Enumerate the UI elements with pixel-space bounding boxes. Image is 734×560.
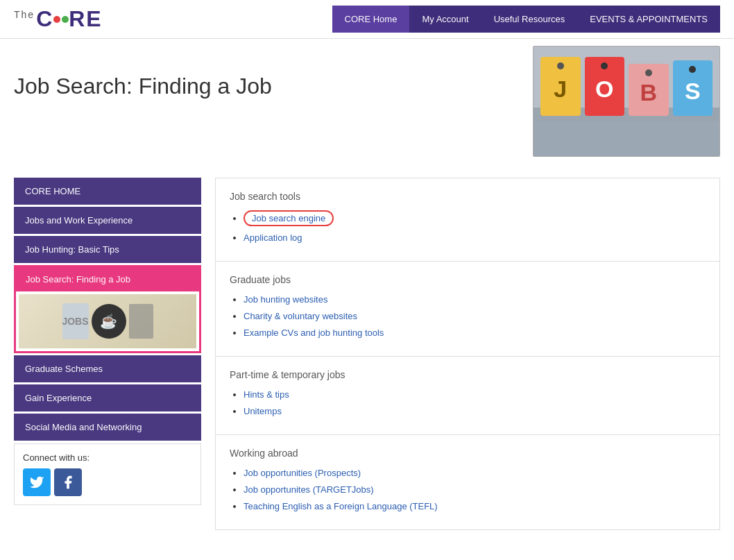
facebook-button[interactable] (54, 468, 82, 496)
hero-image: J O B S (533, 46, 720, 157)
sidebar-active-block: Job Search: Finding a Job JOBS ☕ (14, 265, 201, 353)
sidebar-item-jobs-work[interactable]: Jobs and Work Experience (14, 207, 201, 234)
list-item-tefl: Teaching English as a Foreign Language (… (244, 500, 706, 511)
connect-box: Connect with us: (14, 443, 201, 505)
section-links-part-time: Hints & tips Unitemps (230, 389, 706, 416)
sidebar-item-core-home[interactable]: CORE HOME (14, 178, 201, 205)
sidebar-item-gain-experience[interactable]: Gain Experience (14, 384, 201, 411)
main-nav: CORE Home My Account Useful Resources EV… (332, 6, 720, 33)
section-heading-part-time: Part-time & temporary jobs (230, 369, 706, 380)
section-part-time-temp: Part-time & temporary jobs Hints & tips … (216, 357, 719, 435)
link-example-cvs[interactable]: Example CVs and job hunting tools (244, 328, 384, 338)
list-item-application-log: Application log (244, 232, 706, 243)
list-item-charity-voluntary: Charity & voluntary websites (244, 310, 706, 321)
link-job-hunting-websites[interactable]: Job hunting websites (244, 294, 327, 305)
logo-the-text: The (14, 9, 35, 20)
link-hints-tips[interactable]: Hints & tips (244, 389, 289, 400)
tag-o: O (585, 57, 625, 116)
list-item-example-cvs: Example CVs and job hunting tools (244, 327, 706, 338)
section-heading-graduate-jobs: Graduate jobs (230, 274, 706, 285)
twitter-button[interactable] (23, 468, 51, 496)
sidebar: CORE HOME Jobs and Work Experience Job H… (14, 178, 201, 530)
main-content: Job search tools Job search engine Appli… (215, 178, 720, 530)
list-item-hints-tips: Hints & tips (244, 389, 706, 400)
connect-label: Connect with us: (23, 452, 192, 463)
link-charity-voluntary[interactable]: Charity & voluntary websites (244, 311, 357, 321)
section-heading-job-search-tools: Job search tools (230, 191, 706, 202)
section-links-working-abroad: Job opportunities (Prospects) Job opport… (230, 467, 706, 511)
top-bar: The C RE CORE Home My Account Useful Res… (0, 0, 734, 39)
page-container: J O B S Job Search: Finding a Job (0, 39, 734, 544)
link-unitemps[interactable]: Unitemps (244, 406, 282, 416)
nav-useful-resources[interactable]: Useful Resources (481, 6, 578, 33)
link-prospects[interactable]: Job opportunities (Prospects) (244, 468, 361, 478)
tag-j: J (540, 57, 581, 116)
hero-image-container: J O B S (533, 46, 720, 157)
sidebar-item-graduate-schemes[interactable]: Graduate Schemes (14, 355, 201, 382)
facebook-icon (60, 475, 76, 490)
section-graduate-jobs: Graduate jobs Job hunting websites Chari… (216, 262, 719, 357)
sidebar-thumbnail-image: JOBS ☕ (19, 294, 196, 348)
link-tefl[interactable]: Teaching English as a Foreign Language (… (244, 501, 438, 511)
logo: The C RE (14, 6, 103, 32)
sidebar-item-social-media[interactable]: Social Media and Networking (14, 414, 201, 441)
link-application-log[interactable]: Application log (244, 232, 302, 243)
dot-red (53, 16, 60, 23)
section-links-graduate-jobs: Job hunting websites Charity & voluntary… (230, 294, 706, 338)
sidebar-item-job-hunting-tips[interactable]: Job Hunting: Basic Tips (14, 236, 201, 263)
list-item-targetjobs: Job opportunites (TARGETJobs) (244, 484, 706, 495)
nav-my-account[interactable]: My Account (409, 6, 481, 33)
list-item-job-search-engine: Job search engine (244, 210, 706, 226)
list-item-unitemps: Unitemps (244, 405, 706, 416)
link-job-search-engine[interactable]: Job search engine (244, 210, 334, 226)
section-links-job-search-tools: Job search engine Application log (230, 210, 706, 243)
list-item-job-hunting-websites: Job hunting websites (244, 294, 706, 305)
nav-core-home[interactable]: CORE Home (332, 6, 410, 33)
link-targetjobs[interactable]: Job opportunites (TARGETJobs) (244, 484, 374, 495)
social-icons (23, 468, 192, 496)
tag-s: S (673, 60, 713, 116)
section-heading-working-abroad: Working abroad (230, 448, 706, 459)
logo-core: C RE (36, 6, 103, 32)
content-row: CORE HOME Jobs and Work Experience Job H… (14, 178, 720, 530)
sidebar-active-title[interactable]: Job Search: Finding a Job (16, 267, 199, 291)
dot-green (62, 16, 69, 23)
section-working-abroad: Working abroad Job opportunities (Prospe… (216, 435, 719, 529)
tag-b: B (629, 64, 669, 116)
section-job-search-tools: Job search tools Job search engine Appli… (216, 178, 719, 262)
nav-events-appointments[interactable]: EVENTS & APPOINTMENTS (577, 6, 720, 33)
list-item-prospects: Job opportunities (Prospects) (244, 467, 706, 478)
twitter-icon (29, 475, 44, 490)
